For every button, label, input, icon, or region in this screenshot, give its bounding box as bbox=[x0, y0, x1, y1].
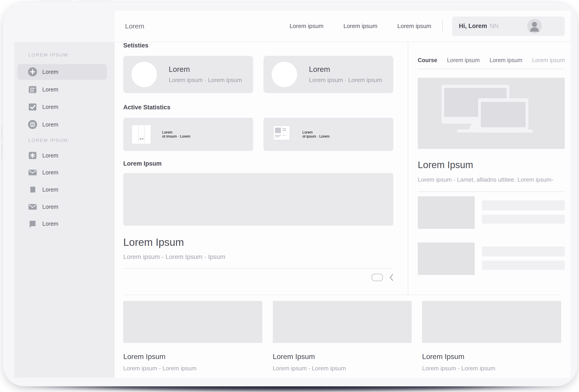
active-card-title: Lorem bbox=[162, 130, 190, 134]
tab-course[interactable]: Course bbox=[418, 57, 437, 63]
stat-card-title: Lorem bbox=[309, 65, 382, 74]
card-subtitle: Lorem ipsum - Lorem ipsum bbox=[123, 365, 262, 372]
card-subtitle: Lorem ipsum - Lorem ipsum bbox=[273, 365, 412, 372]
sidebar-item-5[interactable]: Lorem bbox=[17, 148, 107, 163]
panel-list-item-2[interactable] bbox=[418, 242, 565, 275]
stat-card-circle bbox=[272, 62, 297, 87]
sidebar-item-label: Lorem bbox=[42, 221, 58, 227]
sidebar-item-6[interactable]: Lorem bbox=[17, 165, 107, 180]
card-title: Lorem Ipsum bbox=[422, 352, 561, 361]
center-column: Setisties Lorem Lorem ipsum · Lorem ipsu… bbox=[115, 42, 408, 295]
nav-item-2[interactable]: Lorem ipsum bbox=[343, 23, 377, 30]
panel-subtitle: Lorem ipsum - Lamet, alliadns uttitee. L… bbox=[418, 176, 565, 183]
panel-title: Lorem Ipsum bbox=[418, 160, 565, 170]
sidebar-item-8[interactable]: Lorem bbox=[17, 199, 107, 215]
sidebar-item-label: Lorem bbox=[42, 186, 58, 193]
panel-list-item-1[interactable] bbox=[418, 196, 565, 229]
active-cards-row: Lorem ot imsum · Lorem Lorem ot ipsum · … bbox=[123, 118, 393, 151]
sidebar-item-7[interactable]: Lorem bbox=[17, 182, 107, 197]
monitor-icon bbox=[272, 124, 291, 144]
text-bar bbox=[482, 261, 565, 270]
user-initials: NN bbox=[490, 23, 499, 30]
text-bar bbox=[482, 215, 565, 224]
stats-heading: Setisties bbox=[123, 42, 393, 49]
calendar-icon bbox=[28, 85, 37, 94]
desktop-laptop-illustration-icon bbox=[441, 85, 541, 142]
content-divider bbox=[123, 268, 393, 269]
app-logo: Lorem bbox=[125, 22, 144, 30]
mail-icon bbox=[28, 168, 37, 177]
panel-divider bbox=[418, 191, 565, 192]
pager-controls bbox=[123, 274, 393, 281]
sidebar-item-4[interactable]: Lorem bbox=[17, 116, 107, 132]
active-card-title: Lorem bbox=[302, 130, 330, 134]
stat-card-subtitle: Lorem ipsum · Lorem ipsum bbox=[309, 76, 382, 84]
greeting-text: Hi, Lorem bbox=[459, 23, 487, 30]
tablet-device-frame: LOREM IPSUM: Lorem Lorem Lorem Lorem bbox=[3, 1, 578, 386]
chevron-left-icon[interactable] bbox=[389, 274, 393, 281]
sidebar-item-9[interactable]: Lorem bbox=[17, 216, 107, 231]
card-subtitle: Lorem ipsum - Lorem ipsum bbox=[422, 365, 561, 372]
hero-title: Lorem Ipsum bbox=[123, 236, 393, 248]
sidebar-item-label: Lorem bbox=[42, 104, 58, 110]
panel-image-placeholder bbox=[418, 78, 565, 149]
text-bar bbox=[482, 246, 565, 256]
media-placeholder bbox=[123, 173, 393, 226]
bottom-card-1[interactable]: Lorem Ipsum Lorem ipsum - Lorem ipsum bbox=[123, 301, 262, 372]
bottom-card-3[interactable]: Lorem Ipsum Lorem ipsum - Lorem ipsum bbox=[422, 301, 561, 372]
active-card-2[interactable]: Lorem ot ipsum · Lorem bbox=[264, 118, 393, 151]
tab-4[interactable]: Lorem ipsum bbox=[532, 57, 565, 63]
right-panel: Course Lorem ipsum Lorem ipsum Lorem ips… bbox=[408, 42, 571, 295]
user-menu[interactable]: Hi, Lorem NN bbox=[452, 16, 565, 36]
sidebar-section-label: LOREM IPSUM: bbox=[28, 52, 70, 57]
hero-subtitle: Lorem ipsum - Lorem Ipsum - Ipsum bbox=[123, 253, 393, 261]
sidebar-item-label: Lorem bbox=[42, 69, 58, 75]
sidebar: LOREM IPSUM: Lorem Lorem Lorem Lorem bbox=[14, 42, 115, 378]
stat-card-subtitle: Lorem ipsum · Lorem ipsum bbox=[169, 76, 242, 84]
tab-2[interactable]: Lorem ipsum bbox=[447, 57, 480, 63]
media-heading: Lorem Ipsum bbox=[123, 160, 393, 167]
badge-circle-icon bbox=[28, 120, 37, 129]
sidebar-item-1[interactable]: Lorem bbox=[17, 64, 107, 80]
mail-icon bbox=[28, 202, 37, 212]
stat-card-1[interactable]: Lorem Lorem ipsum · Lorem ipsum bbox=[123, 56, 253, 93]
content-columns: Setisties Lorem Lorem ipsum · Lorem ipsu… bbox=[115, 42, 571, 295]
main-area: Lorem Lorem ipsum Lorem ipsum Lorem ipsu… bbox=[115, 11, 571, 378]
right-panel-tabs: Course Lorem ipsum Lorem ipsum Lorem ips… bbox=[418, 57, 565, 63]
card-image-placeholder bbox=[273, 301, 412, 343]
header-divider bbox=[442, 20, 443, 33]
tab-3[interactable]: Lorem ipsum bbox=[490, 57, 522, 63]
text-bar bbox=[482, 200, 565, 210]
sidebar-item-2[interactable]: Lorem bbox=[17, 82, 107, 97]
sidebar-item-label: Lorem bbox=[42, 86, 58, 93]
list-item-text-bars bbox=[482, 196, 565, 229]
check-square-icon bbox=[28, 102, 37, 112]
pill-outline-icon[interactable] bbox=[372, 274, 383, 281]
book-icon bbox=[28, 185, 37, 194]
nav-item-1[interactable]: Lorem ipsum bbox=[290, 23, 323, 30]
sidebar-item-label: Lorem bbox=[42, 121, 58, 128]
active-card-1[interactable]: Lorem ot imsum · Lorem bbox=[123, 118, 253, 151]
nav-item-3[interactable]: Lorem ipsum bbox=[397, 23, 431, 30]
tabs-divider bbox=[418, 69, 565, 69]
stat-card-circle bbox=[131, 62, 157, 87]
bottom-card-2[interactable]: Lorem Ipsum Lorem ipsum - Lorem ipsum bbox=[273, 301, 412, 372]
card-image-placeholder bbox=[422, 301, 561, 343]
active-stats-heading: Active Statistics bbox=[123, 104, 393, 111]
stat-cards-row: Lorem Lorem ipsum · Lorem ipsum Lorem Lo… bbox=[123, 56, 393, 93]
plus-circle-icon bbox=[28, 67, 37, 77]
asterisk-square-icon bbox=[28, 151, 37, 160]
card-image-placeholder bbox=[123, 301, 262, 343]
sidebar-section-label: LOREM IPSUM: bbox=[28, 138, 70, 143]
sidebar-item-label: Lorem bbox=[42, 169, 58, 176]
list-item-thumbnail bbox=[418, 242, 475, 275]
header-nav: Lorem ipsum Lorem ipsum Lorem ipsum bbox=[290, 23, 431, 30]
list-item-text-bars bbox=[482, 242, 565, 275]
active-card-subtitle: ot imsum · Lorem bbox=[162, 134, 190, 138]
sidebar-item-3[interactable]: Lorem bbox=[17, 99, 107, 115]
top-header: Lorem Lorem ipsum Lorem ipsum Lorem ipsu… bbox=[115, 11, 571, 42]
sidebar-item-label: Lorem bbox=[42, 152, 58, 159]
list-item-thumbnail bbox=[418, 196, 475, 229]
card-title: Lorem Ipsum bbox=[273, 352, 412, 361]
stat-card-2[interactable]: Lorem Lorem ipsum · Lorem ipsum bbox=[264, 56, 393, 93]
